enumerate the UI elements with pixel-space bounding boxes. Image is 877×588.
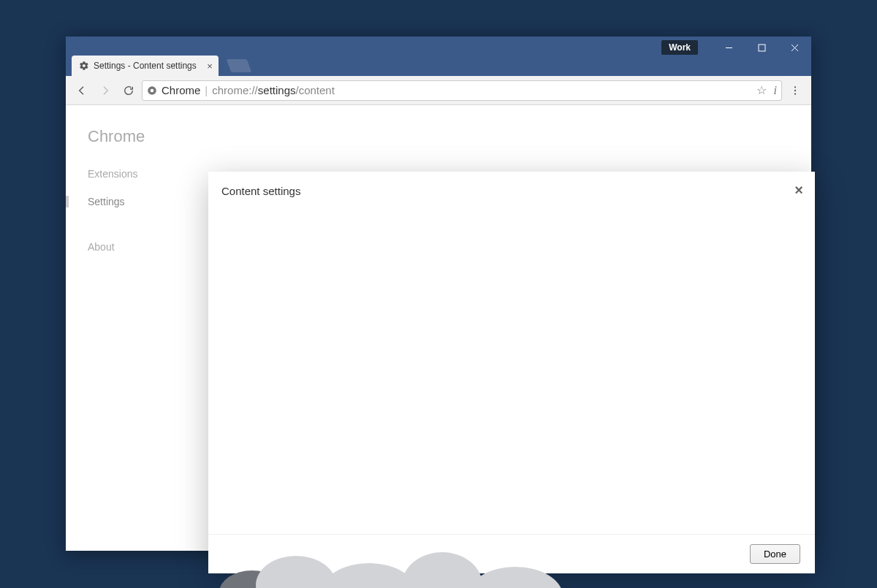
content-settings-dialog: Content settings × USB Devices Manage...… [208,172,815,573]
svg-point-6 [794,86,796,88]
done-button[interactable]: Done [750,544,800,564]
omnibox-origin: Chrome [162,84,200,96]
dialog-scroll-area[interactable]: USB Devices Manage... Background sync Al… [208,210,815,534]
tab-settings[interactable]: Settings - Content settings × [72,56,219,76]
forward-button[interactable] [95,80,115,101]
dialog-footer: Done [208,534,815,573]
browser-window: Settings - Content settings × Work [66,37,811,551]
toolbar: Chrome | chrome://settings/content ☆ i [66,76,811,105]
tab-close-icon[interactable]: × [207,61,213,72]
address-bar[interactable]: Chrome | chrome://settings/content ☆ i [142,80,782,101]
minimize-button[interactable] [713,37,745,58]
dialog-header: Content settings × [208,172,815,210]
dialog-title: Content settings [221,185,300,197]
window-controls: Work [661,37,811,58]
reload-button[interactable] [118,80,139,101]
maximize-button[interactable] [745,37,778,58]
dialog-close-icon[interactable]: × [794,182,803,199]
svg-rect-1 [759,45,765,51]
bookmark-star-icon[interactable]: ☆ [756,83,767,97]
chrome-menu-button[interactable] [785,80,805,101]
chrome-icon [147,85,157,96]
titlebar: Settings - Content settings × Work [66,37,811,76]
tab-title: Settings - Content settings [94,61,197,71]
page-info-icon[interactable]: i [774,84,777,97]
omnibox-url: chrome://settings/content [212,84,335,96]
new-tab-button[interactable] [226,59,251,72]
gear-icon [79,61,89,71]
back-button[interactable] [72,80,92,101]
svg-point-5 [151,88,154,92]
page-title: Chrome [88,127,811,146]
svg-point-8 [794,93,796,94]
close-window-button[interactable] [778,37,811,58]
profile-badge[interactable]: Work [661,40,698,55]
svg-point-7 [794,89,796,91]
